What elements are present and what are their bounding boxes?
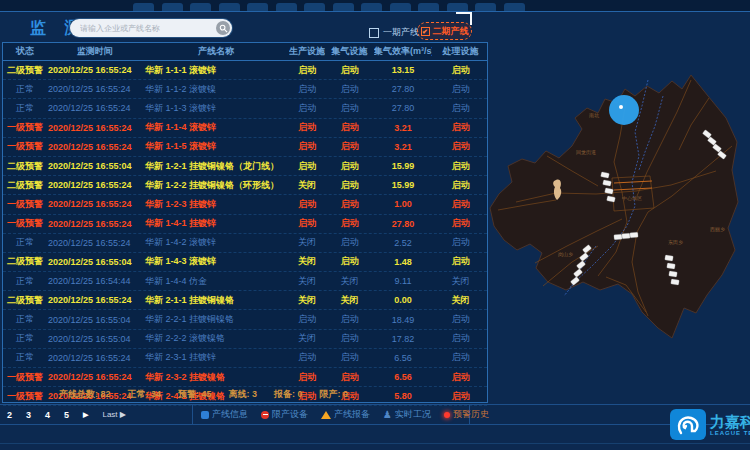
cell-status: 正常 (3, 351, 47, 364)
district-map[interactable]: 南坑回龙街道中心城区西丽乡岗山乡东田乡 (486, 50, 750, 358)
nav-button-stub[interactable] (304, 3, 325, 11)
cell-time: 2020/12/25 16:55:24 (47, 353, 143, 363)
factory-cluster-marker[interactable] (669, 271, 678, 277)
cell-line: 华新 1-4-2 滚镀锌 (143, 236, 289, 249)
cell-prod: 启动 (289, 102, 325, 115)
cell-time: 2020/12/25 16:55:04 (47, 257, 143, 267)
table-row[interactable]: 一级预警2020/12/25 16:55:24华新 2-3-2 挂镀镍铬启动启动… (3, 368, 487, 387)
nav-button-stub[interactable] (133, 3, 154, 11)
table-row[interactable]: 正常2020/12/25 16:55:24华新 1-1-3 滚镀锌启动启动27.… (3, 99, 487, 118)
factory-cluster-marker[interactable] (667, 263, 676, 269)
table-row[interactable]: 二级预警2020/12/25 16:55:24华新 1-1-1 滚镀锌启动启动1… (3, 61, 487, 80)
legend-item-person[interactable]: ♟实时工况 (383, 408, 431, 421)
cell-line: 华新 1-2-3 挂镀锌 (143, 198, 289, 211)
corner-bracket-decoration (456, 12, 472, 25)
table-row[interactable]: 二级预警2020/12/25 16:55:04华新 1-2-1 挂镀铜镍铬（龙门… (3, 157, 487, 176)
table-row[interactable]: 正常2020/12/25 16:55:24华新 1-1-2 滚镀镍启动启动27.… (3, 80, 487, 99)
nav-button-stub[interactable] (162, 3, 183, 11)
table-row[interactable]: 正常2020/12/25 16:55:24华新 1-4-2 滚镀锌关闭启动2.5… (3, 234, 487, 253)
page-button[interactable]: 2 (7, 410, 12, 420)
legend-item-info-square[interactable]: 产线信息 (201, 408, 248, 421)
nav-button-stub[interactable] (390, 3, 411, 11)
column-header: 状态 (3, 45, 47, 58)
cell-time: 2020/12/25 16:55:24 (47, 372, 143, 382)
cell-eff: 0.00 (374, 295, 432, 305)
cell-eff: 13.15 (374, 65, 432, 75)
table-row[interactable]: 一级预警2020/12/25 16:55:24华新 1-1-5 滚镀锌启动启动3… (3, 138, 487, 157)
map-place-label: 岗山乡 (558, 251, 573, 258)
factory-cluster-marker[interactable] (622, 233, 630, 239)
legend-item-no-entry-circle[interactable]: 限产设备 (261, 408, 308, 421)
table-row[interactable]: 二级预警2020/12/25 16:55:04华新 1-4-3 滚镀锌关闭启动1… (3, 253, 487, 272)
cell-treat: 启动 (432, 371, 489, 384)
last-page-button[interactable]: Last ▶ (102, 410, 126, 419)
cell-time: 2020/12/25 16:55:24 (47, 142, 143, 152)
phase1-checkbox[interactable]: 一期产线 (369, 26, 419, 39)
legend-label: 产线信息 (212, 408, 248, 421)
legend-label: 预警历史 (453, 408, 489, 421)
legend-item-alert-dot[interactable]: 预警历史 (444, 408, 489, 421)
phase2-label: 二期产线 (433, 25, 469, 38)
cell-line: 华新 1-4-3 滚镀锌 (143, 255, 289, 268)
factory-cluster-marker[interactable] (665, 255, 674, 261)
cell-time: 2020/12/25 16:55:04 (47, 334, 143, 344)
factory-cluster-marker[interactable] (614, 234, 622, 240)
cell-status: 二级预警 (3, 179, 47, 192)
nav-button-stub[interactable] (504, 3, 525, 11)
search-button[interactable] (216, 21, 230, 35)
cell-eff: 6.56 (374, 353, 432, 363)
nav-button-stub[interactable] (361, 3, 382, 11)
table-row[interactable]: 一级预警2020/12/25 16:55:24华新 1-4-1 挂镀锌启动启动2… (3, 215, 487, 234)
cell-eff: 9.11 (374, 276, 432, 286)
nav-button-stub[interactable] (475, 3, 496, 11)
nav-button-stub[interactable] (190, 3, 211, 11)
blue-marker-dot (619, 105, 623, 109)
cell-status: 正常 (3, 313, 47, 326)
table-row[interactable]: 一级预警2020/12/25 16:55:24华新 1-2-3 挂镀锌启动启动1… (3, 195, 487, 214)
page-button[interactable]: 5 (64, 410, 69, 420)
cell-treat: 关闭 (432, 294, 489, 307)
nav-button-stub[interactable] (219, 3, 240, 11)
page-button[interactable]: 4 (45, 410, 50, 420)
company-logo: 力嘉科技 LEAGUE TECH (670, 409, 750, 440)
info-square-icon (201, 411, 209, 419)
table-header: 状态监测时间产线名称生产设施集气设施集气效率(m³/s)处理设施 (3, 43, 487, 61)
blue-cluster-marker[interactable] (609, 95, 639, 125)
nav-button-stub[interactable] (418, 3, 439, 11)
cell-time: 2020/12/25 16:55:24 (47, 199, 143, 209)
nav-button-stub[interactable] (276, 3, 297, 11)
top-nav-strip (0, 0, 750, 12)
table-row[interactable]: 一级预警2020/12/25 16:55:24华新 1-1-4 滚镀锌启动启动3… (3, 119, 487, 138)
nav-button-stub[interactable] (447, 3, 468, 11)
search-input[interactable] (70, 24, 216, 33)
table-row[interactable]: 正常2020/12/25 16:54:44华新 1-4-4 仿金关闭关闭9.11… (3, 272, 487, 291)
cell-time: 2020/12/25 16:55:24 (47, 123, 143, 133)
column-header: 产线名称 (143, 45, 289, 58)
table-row[interactable]: 二级预警2020/12/25 16:55:24华新 1-2-2 挂镀铜镍铬（环形… (3, 176, 487, 195)
legend-item-warning-triangle[interactable]: 产线报备 (321, 408, 370, 421)
summary-row: 产线总数: 82正常: 34预警: 45离线: 3报备: 0限产: 0 (3, 387, 487, 402)
cell-time: 2020/12/25 16:54:44 (47, 276, 143, 286)
cell-time: 2020/12/25 16:55:04 (47, 161, 143, 171)
table-row[interactable]: 正常2020/12/25 16:55:04华新 2-2-1 挂镀铜镍铬启动启动1… (3, 310, 487, 329)
cell-time: 2020/12/25 16:55:04 (47, 315, 143, 325)
cell-line: 华新 1-4-1 挂镀锌 (143, 217, 289, 230)
factory-cluster-marker[interactable] (630, 232, 638, 238)
table-row[interactable]: 二级预警2020/12/25 16:55:24华新 2-1-1 挂镀铜镍铬关闭关… (3, 291, 487, 310)
nav-button-stub[interactable] (333, 3, 354, 11)
legend-label: 限产设备 (272, 408, 308, 421)
summary-item: 限产: 0 (320, 388, 349, 401)
page-button[interactable]: 3 (26, 410, 31, 420)
table-row[interactable]: 正常2020/12/25 16:55:24华新 2-3-1 挂镀锌启动启动6.5… (3, 349, 487, 368)
next-page-button[interactable]: ▶ (83, 411, 88, 419)
map-svg: 南坑回龙街道中心城区西丽乡岗山乡东田乡 (486, 50, 750, 358)
cell-eff: 27.80 (374, 84, 432, 94)
legend-label: 实时工况 (395, 408, 431, 421)
nav-button-stub[interactable] (247, 3, 268, 11)
logo-name: 力嘉科技 (710, 414, 750, 430)
column-header: 监测时间 (47, 45, 143, 58)
table-row[interactable]: 正常2020/12/25 16:55:04华新 2-2-2 滚镀镍铬关闭启动17… (3, 330, 487, 349)
cell-eff: 27.80 (374, 103, 432, 113)
cell-status: 一级预警 (3, 121, 47, 134)
factory-cluster-marker[interactable] (671, 279, 680, 285)
